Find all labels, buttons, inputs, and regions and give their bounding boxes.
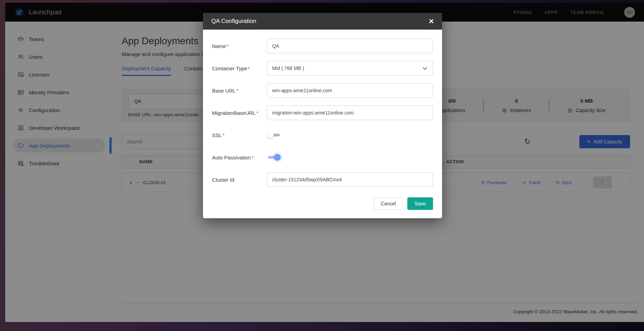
save-button[interactable]: Save	[407, 197, 433, 210]
field-row-migrationbaseurl: MigrationBaseURL*	[212, 105, 433, 120]
required-marker: *	[227, 43, 229, 49]
field-label: Name*	[212, 43, 267, 49]
close-icon[interactable]: ×	[429, 17, 434, 25]
field-label: Auto Passivation*	[212, 155, 267, 160]
required-marker: *	[256, 110, 259, 116]
field-row-name: Name*	[212, 39, 433, 53]
cancel-button[interactable]: Cancel	[374, 197, 402, 210]
modal-title: QA Configuration	[211, 18, 256, 25]
modal-body: Name* Container Type* Mid ( 768 MB ) Bas…	[203, 30, 442, 218]
page-background: Launchpad STUDIOAPPSTEAM PORTALTU Teams …	[0, 0, 644, 331]
field-label: Container Type*	[212, 65, 267, 71]
container-type-select[interactable]: Mid ( 768 MB )	[267, 61, 433, 76]
chevron-down-icon	[423, 65, 427, 70]
field-row-ssl: SSL*	[212, 128, 433, 142]
required-marker: *	[248, 65, 250, 71]
field-row-cluster-id: Cluster Id	[212, 172, 433, 187]
field-label: SSL*	[212, 132, 267, 138]
base-url-input[interactable]	[267, 83, 433, 98]
required-marker: *	[222, 132, 225, 138]
field-label: Cluster Id	[212, 177, 267, 183]
required-marker: *	[236, 88, 238, 94]
required-marker: *	[252, 155, 254, 160]
modal-header: QA Configuration ×	[203, 13, 442, 30]
ssl-toggle[interactable]	[267, 131, 281, 139]
qa-configuration-modal: QA Configuration × Name* Container Type*…	[203, 13, 442, 218]
cluster-id-input[interactable]	[267, 172, 433, 187]
modal-actions: Cancel Save	[212, 197, 433, 210]
auto-passivation-toggle[interactable]	[267, 153, 281, 161]
field-row-base-url: Base URL*	[212, 83, 433, 98]
field-label: MigrationBaseURL*	[212, 110, 267, 116]
name-input[interactable]	[267, 39, 433, 53]
migrationbaseurl-input[interactable]	[267, 105, 433, 120]
field-row-auto-passivation: Auto Passivation*	[212, 150, 433, 165]
field-row-container-type: Container Type* Mid ( 768 MB )	[212, 61, 433, 76]
field-label: Base URL*	[212, 88, 267, 94]
